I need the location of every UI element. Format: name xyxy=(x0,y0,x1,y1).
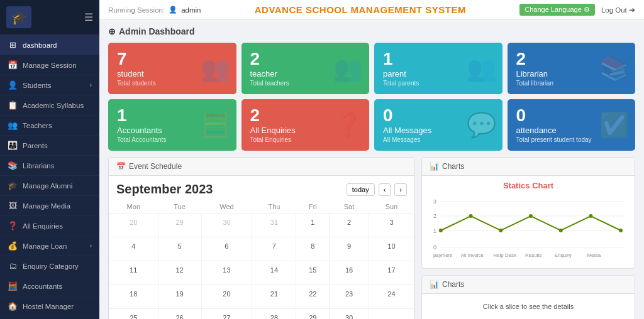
cal-cell[interactable]: 12 xyxy=(158,261,201,285)
sidebar-icon-manage-session: 📅 xyxy=(8,60,18,70)
stat-card-parents[interactable]: 1 parent Total parents 👥 xyxy=(374,43,502,94)
change-language-button[interactable]: Change Language ⚙ xyxy=(519,4,595,16)
sidebar-item-manage-session[interactable]: 📅 Manage Session xyxy=(0,55,99,75)
sidebar-item-manage-media[interactable]: 🖼 Manage Media xyxy=(0,196,99,216)
sidebar-item-all-enquiries[interactable]: ❓ All Enquiries xyxy=(0,216,99,236)
cal-cell[interactable]: 7 xyxy=(252,237,296,261)
cal-cell[interactable]: 28 xyxy=(252,309,296,320)
cal-cell[interactable]: 8 xyxy=(296,237,330,261)
pie-chart-wrapper xyxy=(428,314,628,319)
topbar-right: Change Language ⚙ Log Out ➜ xyxy=(519,4,635,16)
logout-button[interactable]: Log Out ➜ xyxy=(601,6,635,14)
hamburger-menu[interactable]: ☰ xyxy=(84,11,93,23)
stat-bg-icon-teachers: 👥 xyxy=(333,55,363,82)
cal-cell[interactable]: 1 xyxy=(296,214,330,237)
app-title: ADVANCE SCHOOL MANAGEMENT SYSTEM xyxy=(201,4,519,15)
cal-cell[interactable]: 30 xyxy=(201,214,252,237)
cal-cell[interactable]: 28 xyxy=(109,214,158,237)
cal-cell[interactable]: 22 xyxy=(296,285,330,309)
sidebar-item-dashboard[interactable]: ⊞ dashboard xyxy=(0,35,99,55)
stat-card-students[interactable]: 7 student Total students 👥 xyxy=(108,43,236,94)
sidebar-icon-parents: 👨‍👩‍👧 xyxy=(8,141,18,150)
logo-icon: 🎓 xyxy=(6,6,31,28)
svg-point-11 xyxy=(529,214,533,218)
sidebar-label-parents: Parents xyxy=(23,142,48,149)
cal-cell[interactable]: 21 xyxy=(252,285,296,309)
cal-cell[interactable]: 17 xyxy=(369,261,414,285)
stat-card-enquiries[interactable]: 2 All Enquiries Total Enquiries ❓ xyxy=(242,99,370,151)
cal-cell[interactable]: 29 xyxy=(158,214,201,237)
cal-cell[interactable]: 26 xyxy=(158,309,201,320)
svg-point-8 xyxy=(439,229,443,232)
stat-bg-icon-librarians: 📚 xyxy=(599,55,629,82)
cal-cell[interactable]: 4 xyxy=(109,237,158,261)
sidebar-icon-hostel-manager: 🏠 xyxy=(8,301,18,311)
sidebar-label-manage-alumni: Manage Alumni xyxy=(23,182,72,190)
topbar-left: Running Session: 👤 admin xyxy=(108,6,201,14)
line-chart: 3 2 1 0 xyxy=(428,194,628,263)
cal-cell[interactable]: 13 xyxy=(201,261,252,285)
sidebar-item-hostel-manager[interactable]: 🏠 Hostel Manager xyxy=(0,296,99,316)
calendar-controls: today ‹ › xyxy=(347,183,407,196)
stat-card-accountants[interactable]: 1 Accountants Total Accountants 🧮 xyxy=(108,99,236,151)
cal-day-header-sat: Sat xyxy=(330,200,369,214)
cal-cell[interactable]: 6 xyxy=(201,237,252,261)
stat-card-attendance[interactable]: 0 attendance Total present student today… xyxy=(508,99,636,151)
cal-cell[interactable]: 15 xyxy=(296,261,330,285)
svg-text:2: 2 xyxy=(433,213,436,219)
sidebar-item-parents[interactable]: 👨‍👩‍👧 Parents xyxy=(0,136,99,156)
cal-cell[interactable]: 14 xyxy=(252,261,296,285)
cal-cell[interactable]: 31 xyxy=(252,214,296,237)
next-month-button[interactable]: › xyxy=(394,183,407,196)
cal-cell[interactable]: 16 xyxy=(330,261,369,285)
sidebar: 🎓 ☰ ⊞ dashboard 📅 Manage Session 👤 Stude… xyxy=(0,0,99,319)
sidebar-item-generate-id-cards[interactable]: 🪪 Generate ID Cards › xyxy=(0,316,99,319)
cal-cell[interactable]: 20 xyxy=(201,285,252,309)
sidebar-item-manage-alumni[interactable]: 🎓 Manage Alumni xyxy=(0,176,99,196)
sidebar-item-academic-syllabus[interactable]: 📋 Academic Syllabus xyxy=(0,95,99,116)
sidebar-label-manage-loan: Manage Loan xyxy=(23,242,67,250)
sidebar-label-dashboard: dashboard xyxy=(23,41,57,49)
svg-text:Help Desk: Help Desk xyxy=(493,252,516,258)
sidebar-item-enquiry-category[interactable]: 🗂 Enquiry Category xyxy=(0,256,99,276)
stat-card-messages[interactable]: 0 All Messages All Messages 💬 xyxy=(374,99,502,151)
cal-cell[interactable]: 30 xyxy=(330,309,369,320)
pie-chart-header: 📊 Charts xyxy=(422,276,635,294)
stats-grid: 7 student Total students 👥 2 teacher Tot… xyxy=(108,43,635,151)
pie-chart-box: 📊 Charts Click a slice to see the detail… xyxy=(421,275,635,319)
cal-cell[interactable]: 18 xyxy=(109,285,158,309)
cal-cell[interactable]: 9 xyxy=(330,237,369,261)
cal-cell[interactable]: 25 xyxy=(109,309,158,320)
cal-cell[interactable]: 24 xyxy=(369,285,414,309)
cal-cell[interactable]: 23 xyxy=(330,285,369,309)
cal-cell[interactable]: 10 xyxy=(369,237,414,261)
stat-card-teachers[interactable]: 2 teacher Total teachers 👥 xyxy=(242,43,370,94)
svg-text:All Invoice: All Invoice xyxy=(461,252,484,258)
prev-month-button[interactable]: ‹ xyxy=(379,183,391,196)
sidebar-item-accountants[interactable]: 🧮 Accountants xyxy=(0,276,99,296)
sidebar-item-manage-loan[interactable]: 💰 Manage Loan › xyxy=(0,236,99,256)
cal-cell[interactable]: 3 xyxy=(369,214,414,237)
today-button[interactable]: today xyxy=(347,183,375,196)
topbar: Running Session: 👤 admin ADVANCE SCHOOL … xyxy=(99,0,644,20)
cal-day-header-mon: Mon xyxy=(109,200,158,214)
pie-hint: Click a slice to see the details xyxy=(428,299,628,314)
chart-icon: 📊 xyxy=(430,162,439,171)
cal-cell[interactable]: 11 xyxy=(109,261,158,285)
svg-point-10 xyxy=(499,229,502,232)
cal-cell[interactable]: 27 xyxy=(201,309,252,320)
stat-card-librarians[interactable]: 2 Librarian Total librarian 📚 xyxy=(508,43,636,94)
pie-chart-content: Click a slice to see the details xyxy=(422,294,635,319)
sidebar-label-all-enquiries: All Enquiries xyxy=(23,222,63,230)
sidebar-item-students[interactable]: 👤 Students › xyxy=(0,75,99,95)
cal-cell[interactable]: 29 xyxy=(296,309,330,320)
cal-day-header-wed: Wed xyxy=(201,200,252,214)
cal-cell[interactable]: 19 xyxy=(158,285,201,309)
sidebar-item-teachers[interactable]: 👥 Teachers xyxy=(0,116,99,136)
statics-chart-header: 📊 Charts xyxy=(422,158,635,176)
sidebar-item-librarians[interactable]: 📚 Librarians xyxy=(0,156,99,176)
sidebar-icon-manage-media: 🖼 xyxy=(8,201,18,210)
cal-cell[interactable]: 2 xyxy=(330,214,369,237)
cal-cell[interactable] xyxy=(369,309,414,320)
cal-cell[interactable]: 5 xyxy=(158,237,201,261)
